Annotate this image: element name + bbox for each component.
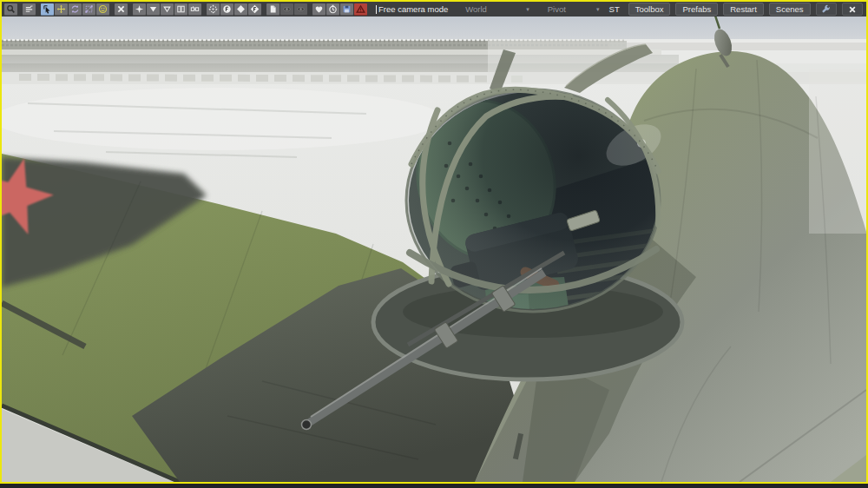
diamond-icon [236, 4, 246, 14]
clock-icon [328, 4, 338, 14]
align-tool-button[interactable] [23, 3, 36, 16]
scenes-button[interactable]: Scenes [769, 3, 811, 16]
save-tool-button[interactable] [340, 3, 353, 16]
smiley-icon [98, 4, 108, 14]
pages-tool-button[interactable] [174, 3, 187, 16]
text-cursor [376, 5, 377, 14]
save-floppy-icon [342, 4, 352, 14]
camera-mode-label-wrap: Free camera mode [376, 4, 448, 14]
select-tool-button[interactable] [41, 3, 54, 16]
document-tool-button[interactable] [266, 3, 279, 16]
toolbar: Free camera mode World ▾ Pivot ▾ ST Tool… [2, 2, 866, 16]
search-icon [6, 4, 16, 14]
document-icon [268, 4, 278, 14]
wrench-icon [821, 4, 831, 14]
chevron-down-icon: ▾ [526, 6, 529, 13]
chevron-down-icon: ▾ [596, 6, 600, 13]
toolbox-button[interactable]: Toolbox [628, 3, 671, 16]
warning-triangle-icon [356, 4, 365, 14]
target-tool-button[interactable] [207, 3, 220, 16]
move-icon [56, 4, 66, 14]
gun-muzzle [302, 420, 312, 430]
link-icon [190, 4, 200, 14]
smiley-tool-button[interactable] [96, 3, 109, 16]
gizmo-tool-button[interactable] [133, 3, 146, 16]
diamond-button[interactable] [234, 3, 247, 16]
heart-icon [314, 4, 324, 14]
scene-render [2, 16, 866, 482]
world-dropdown[interactable]: World ▾ [461, 3, 534, 16]
triangle-down-filled-icon [148, 4, 158, 14]
close-icon [848, 5, 857, 14]
frame-circle-button[interactable] [220, 3, 233, 16]
search-tool-button[interactable] [4, 3, 17, 16]
close-button[interactable] [842, 3, 863, 16]
visibility-eye-button-2[interactable] [294, 3, 307, 16]
pages-icon [176, 4, 186, 14]
delete-tool-button[interactable] [115, 3, 128, 16]
pivot-dropdown-value: Pivot [548, 4, 566, 14]
camera-mode-label: Free camera mode [378, 4, 448, 14]
circle-f-icon [222, 4, 232, 14]
triangle-filled-button[interactable] [147, 3, 160, 16]
pivot-dropdown[interactable]: Pivot ▾ [543, 3, 604, 16]
restart-button[interactable]: Restart [723, 3, 764, 16]
st-label: ST [609, 4, 620, 14]
favorite-tool-button[interactable] [312, 3, 326, 16]
warning-tool-button[interactable] [354, 3, 367, 16]
diamond-f-icon [250, 4, 260, 14]
delete-x-icon [116, 4, 126, 14]
triangle-down-outline-icon [162, 4, 172, 14]
world-dropdown-value: World [465, 4, 487, 14]
settings-wrench-button[interactable] [816, 3, 837, 16]
gizmo-star-icon [135, 4, 144, 14]
rotate-icon [70, 4, 80, 14]
prefabs-button[interactable]: Prefabs [675, 3, 718, 16]
time-tool-button[interactable] [326, 3, 339, 16]
visibility-eye-button-1[interactable] [280, 3, 293, 16]
move-tool-button[interactable] [55, 3, 68, 16]
eye-icon [296, 4, 306, 14]
eye-icon [282, 4, 292, 14]
scale-tool-button[interactable] [82, 3, 95, 16]
triangle-outline-button[interactable] [161, 3, 174, 16]
align-icon [24, 4, 34, 14]
target-circle-icon [208, 4, 218, 14]
frame-diamond-button[interactable] [248, 3, 261, 16]
scale-icon [84, 4, 94, 14]
select-cursor-icon [43, 4, 52, 14]
link-tool-button[interactable] [188, 3, 201, 16]
viewport-3d-scene[interactable] [2, 16, 866, 482]
rotate-tool-button[interactable] [69, 3, 82, 16]
editor-window: Free camera mode World ▾ Pivot ▾ ST Tool… [0, 0, 868, 484]
